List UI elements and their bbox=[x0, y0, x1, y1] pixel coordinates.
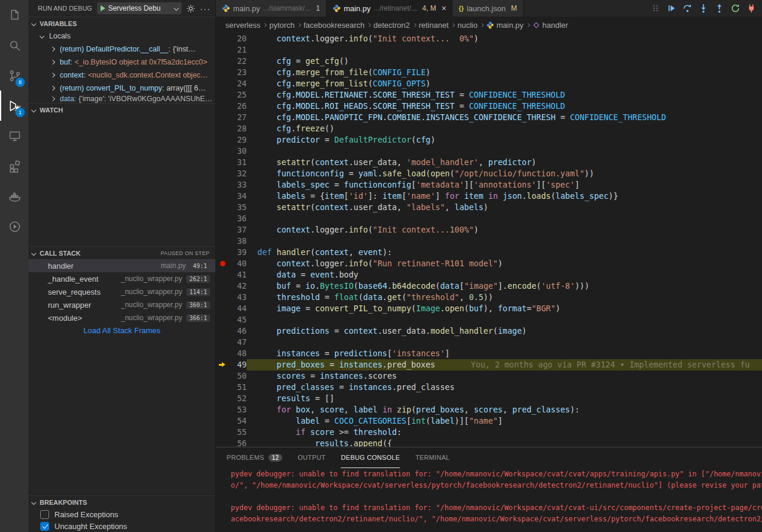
gutter-glyph-margin[interactable] bbox=[216, 303, 229, 314]
line-number[interactable]: 42 bbox=[229, 280, 247, 292]
code-text[interactable]: functionconfig = yaml.safe_load(open("/o… bbox=[247, 168, 762, 179]
gutter-glyph-margin[interactable] bbox=[216, 292, 229, 303]
breadcrumb-item-pytorch[interactable]: pytorch bbox=[269, 21, 295, 30]
gutter-glyph-margin[interactable] bbox=[216, 56, 229, 67]
line-number[interactable]: 23 bbox=[229, 67, 247, 78]
gutter-glyph-margin[interactable] bbox=[216, 280, 229, 292]
code-text[interactable]: data = event.body bbox=[247, 269, 762, 280]
activity-bar-run-and-debug-icon[interactable]: 1 bbox=[0, 91, 28, 121]
step-into-icon[interactable] bbox=[698, 3, 709, 14]
line-number[interactable]: 54 bbox=[229, 415, 247, 427]
breakpoint-row[interactable]: Uncaught Exceptions bbox=[28, 520, 215, 532]
gutter-glyph-margin[interactable] bbox=[216, 191, 229, 202]
variables-section-header[interactable]: VARIABLES bbox=[28, 17, 215, 30]
gutter-glyph-margin[interactable] bbox=[216, 89, 229, 101]
call-stack-frame[interactable]: <module>_nuclio_wrapper.py366:1 bbox=[28, 311, 215, 324]
gutter-glyph-margin[interactable] bbox=[216, 44, 229, 56]
code-text[interactable]: cfg = get_cfg() bbox=[247, 56, 762, 67]
gutter-glyph-margin[interactable] bbox=[216, 213, 229, 224]
code-text[interactable]: context.logger.info("Run retinanet-R101 … bbox=[247, 258, 762, 269]
code-text[interactable]: predictor = DefaultPredictor(cfg) bbox=[247, 134, 762, 146]
code-text[interactable]: results = [] bbox=[247, 393, 762, 404]
activity-bar-remote-explorer-icon[interactable] bbox=[0, 121, 28, 151]
gutter-glyph-margin[interactable] bbox=[216, 258, 229, 269]
line-number[interactable]: 47 bbox=[229, 337, 247, 348]
line-number[interactable]: 41 bbox=[229, 269, 247, 280]
code-text[interactable]: labels = {item['id']: item['name'] for i… bbox=[247, 191, 762, 202]
line-number[interactable]: 28 bbox=[229, 123, 247, 134]
call-stack-section-header[interactable]: CALL STACK PAUSED ON STEP bbox=[28, 246, 215, 259]
code-text[interactable] bbox=[247, 146, 762, 157]
variable-row[interactable]: data:{'image': 'iVBORw0KGgoAAAANSUhE… bbox=[28, 95, 215, 103]
line-number[interactable]: 31 bbox=[229, 157, 247, 168]
code-text[interactable] bbox=[247, 337, 762, 348]
code-text[interactable]: cfg.merge_from_list(CONFIG_OPTS) bbox=[247, 78, 762, 89]
line-number[interactable]: 22 bbox=[229, 56, 247, 67]
activity-bar-docker-icon[interactable] bbox=[0, 181, 28, 211]
panel-tab-output[interactable]: OUTPUT bbox=[298, 447, 325, 468]
line-number[interactable]: 46 bbox=[229, 325, 247, 337]
code-text[interactable]: cfg.freeze() bbox=[247, 123, 762, 134]
more-actions-icon[interactable]: ··· bbox=[200, 4, 211, 14]
panel-tab-problems[interactable]: PROBLEMS12 bbox=[227, 447, 282, 468]
line-number[interactable]: 32 bbox=[229, 168, 247, 179]
line-number[interactable]: 40 bbox=[229, 258, 247, 269]
line-number[interactable]: 50 bbox=[229, 370, 247, 382]
code-text[interactable]: threshold = float(data.get("threshold", … bbox=[247, 292, 762, 303]
breakpoint-dot[interactable] bbox=[220, 261, 225, 266]
line-number[interactable]: 48 bbox=[229, 348, 247, 359]
gear-icon[interactable] bbox=[186, 4, 195, 13]
code-text[interactable]: results.append({ bbox=[247, 438, 762, 447]
line-number[interactable]: 56 bbox=[229, 438, 247, 447]
code-text[interactable]: if score >= threshold: bbox=[247, 427, 762, 438]
debug-config-dropdown[interactable]: Serverless Debu bbox=[97, 2, 182, 14]
gutter-glyph-margin[interactable] bbox=[216, 146, 229, 157]
code-text[interactable]: predictions = context.user_data.model_ha… bbox=[247, 325, 762, 337]
variables-scope-locals[interactable]: Locals bbox=[28, 30, 215, 43]
line-number[interactable]: 55 bbox=[229, 427, 247, 438]
gutter-glyph-margin[interactable] bbox=[216, 314, 229, 325]
call-stack-frame[interactable]: handlermain.py49:1 bbox=[28, 259, 215, 272]
code-text[interactable]: label = COCO_CATEGORIES[int(label)]["nam… bbox=[247, 415, 762, 427]
line-number[interactable]: 21 bbox=[229, 44, 247, 56]
restart-icon[interactable] bbox=[730, 3, 741, 14]
code-text[interactable]: buf = io.BytesIO(base64.b64decode(data["… bbox=[247, 280, 762, 292]
call-stack-frame[interactable]: serve_requests_nuclio_wrapper.py114:1 bbox=[28, 285, 215, 298]
checkbox[interactable] bbox=[40, 510, 49, 519]
code-text[interactable] bbox=[247, 314, 762, 325]
code-text[interactable]: scores = instances.scores bbox=[247, 370, 762, 382]
variable-row[interactable]: (return) convert_PIL_to_numpy:array([[[ … bbox=[28, 82, 215, 95]
gutter-glyph-margin[interactable] bbox=[216, 415, 229, 427]
gutter-glyph-margin[interactable] bbox=[216, 269, 229, 280]
code-text[interactable] bbox=[247, 44, 762, 56]
breadcrumb-item-handler[interactable]: handler bbox=[532, 21, 568, 30]
gutter-glyph-margin[interactable] bbox=[216, 438, 229, 447]
line-number[interactable]: 51 bbox=[229, 382, 247, 393]
code-text[interactable]: image = convert_PIL_to_numpy(Image.open(… bbox=[247, 303, 762, 314]
gutter-glyph-margin[interactable] bbox=[216, 202, 229, 213]
code-text[interactable] bbox=[247, 236, 762, 247]
code-text[interactable]: for box, score, label in zip(pred_boxes,… bbox=[247, 404, 762, 415]
line-number[interactable]: 20 bbox=[229, 33, 247, 44]
code-text[interactable]: setattr(context.user_data, 'model_handle… bbox=[247, 157, 762, 168]
editor-tab-main.py[interactable]: main.py.../retinanet/...4, M× bbox=[327, 0, 453, 17]
line-number[interactable]: 30 bbox=[229, 146, 247, 157]
code-text[interactable] bbox=[247, 213, 762, 224]
gutter-glyph-margin[interactable] bbox=[216, 123, 229, 134]
gutter-glyph-margin[interactable] bbox=[216, 337, 229, 348]
activity-bar-run-profile-icon[interactable] bbox=[0, 211, 28, 241]
gutter-glyph-margin[interactable] bbox=[216, 67, 229, 78]
line-number[interactable]: 26 bbox=[229, 101, 247, 112]
disconnect-icon[interactable] bbox=[746, 3, 757, 14]
line-number[interactable]: 24 bbox=[229, 78, 247, 89]
code-text[interactable]: def handler(context, event): bbox=[247, 247, 762, 258]
line-number[interactable]: 27 bbox=[229, 112, 247, 123]
line-number[interactable]: 35 bbox=[229, 202, 247, 213]
line-number[interactable]: 37 bbox=[229, 224, 247, 236]
gutter-glyph-margin[interactable] bbox=[216, 393, 229, 404]
panel-tab-terminal[interactable]: TERMINAL bbox=[415, 447, 450, 468]
debug-console-output[interactable]: pydev debugger: unable to find translati… bbox=[216, 468, 762, 532]
call-stack-frame[interactable]: run_wrapper_nuclio_wrapper.py360:1 bbox=[28, 298, 215, 311]
line-number[interactable]: 52 bbox=[229, 393, 247, 404]
gutter-glyph-margin[interactable] bbox=[216, 427, 229, 438]
